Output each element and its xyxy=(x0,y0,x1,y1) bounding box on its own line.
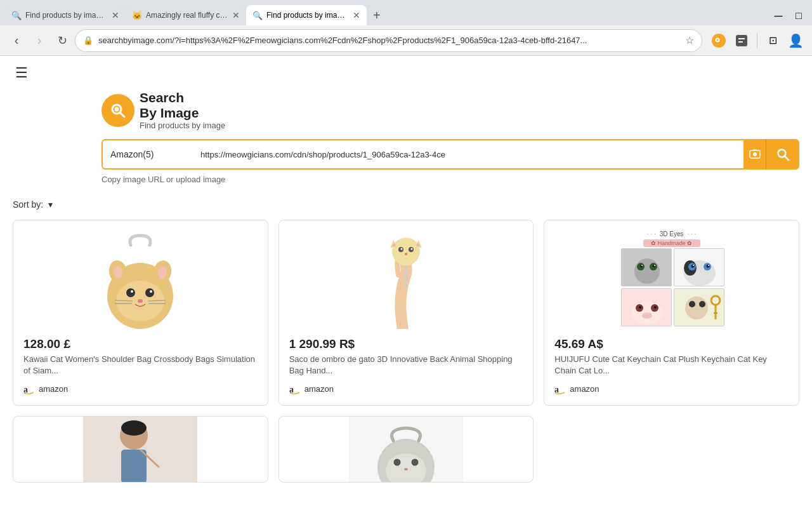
minimize-button[interactable]: ─ xyxy=(769,6,788,25)
reload-button[interactable]: ↻ xyxy=(52,30,72,51)
sort-section: Sort by: ▾ xyxy=(0,199,812,210)
product-card-2[interactable]: 1 290.99 R$ Saco de ombro de gato 3D Inn… xyxy=(278,220,534,405)
logo-area: SearchBy Image Find products by image xyxy=(102,90,799,130)
svg-point-61 xyxy=(642,312,652,319)
product-card-5[interactable] xyxy=(278,416,534,483)
hamburger-menu-button[interactable]: ☰ xyxy=(13,64,30,83)
address-text: searchbyimage.com/?i=https%3A%2F%2Fmeowg… xyxy=(98,36,680,45)
svg-point-2 xyxy=(717,39,719,41)
nav-bar: ‹ › ↻ 🔒 searchbyimage.com/?i=https%3A%2F… xyxy=(0,25,812,56)
svg-point-23 xyxy=(150,290,152,293)
svg-point-68 xyxy=(689,301,695,307)
profile-button[interactable]: 👤 xyxy=(785,30,806,51)
back-button[interactable]: ‹ xyxy=(6,30,27,51)
svg-text:a: a xyxy=(23,385,28,394)
svg-rect-5 xyxy=(738,41,743,43)
nav-right-icons: ⊡ 👤 xyxy=(709,30,806,51)
product-2-store: a amazon xyxy=(289,384,523,395)
logo-text: SearchBy Image Find products by image xyxy=(140,90,225,130)
search-bar: Amazon(5) Google Bing eBay AliExpress xyxy=(102,139,799,170)
platform-select[interactable]: Amazon(5) Google Bing eBay AliExpress xyxy=(102,139,195,170)
svg-point-49 xyxy=(654,265,655,266)
svg-point-48 xyxy=(641,265,643,266)
product-3-image: · · · 3D Eyes · · · ✿ Handmade ✿ xyxy=(554,231,789,332)
tab-1[interactable]: 🔍 Find products by image - searc ✕ xyxy=(5,5,126,25)
tab-3-close[interactable]: ✕ xyxy=(353,10,360,20)
tab-2-title: Amazingly real fluffy cat handb xyxy=(146,11,228,20)
svg-point-43 xyxy=(634,258,660,284)
search-button[interactable] xyxy=(766,139,799,170)
product-1-store: a amazon xyxy=(23,384,258,395)
amazon-logo-icon: a xyxy=(23,384,35,395)
amazon-logo-icon-3: a xyxy=(554,384,566,395)
svg-point-34 xyxy=(400,248,402,250)
product-3-store-name: amazon xyxy=(570,384,599,394)
tab-bar: 🔍 Find products by image - searc ✕ 🐱 Ama… xyxy=(0,0,812,25)
svg-rect-11 xyxy=(753,149,757,151)
product-grid: 128.00 £ Kawaii Cat Women's Shoulder Bag… xyxy=(0,220,812,405)
search-hint: Copy image URL or upload image xyxy=(102,175,799,184)
svg-point-35 xyxy=(410,248,412,250)
svg-point-76 xyxy=(121,420,147,436)
svg-rect-4 xyxy=(738,38,745,39)
tab-1-favicon: 🔍 xyxy=(11,11,22,20)
lock-icon: 🔒 xyxy=(83,36,93,45)
page-header: ☰ xyxy=(0,56,812,90)
page-content: ☰ SearchBy Image Find products by image xyxy=(0,56,812,508)
tab-1-close[interactable]: ✕ xyxy=(112,10,119,20)
tab-3[interactable]: 🔍 Find products by image - searc ✕ xyxy=(246,5,367,25)
product-2-image xyxy=(289,231,523,332)
extension-icon-2[interactable] xyxy=(731,30,752,51)
new-tab-button[interactable]: + xyxy=(367,5,387,25)
logo-icon xyxy=(102,94,134,127)
sort-dropdown-button[interactable]: ▾ xyxy=(46,199,53,210)
product-card-6-empty xyxy=(544,416,799,483)
extension-icon-1[interactable] xyxy=(709,30,729,51)
sort-label: Sort by: xyxy=(13,199,43,210)
svg-point-21 xyxy=(145,288,154,297)
url-input[interactable] xyxy=(195,139,743,170)
svg-point-58 xyxy=(708,265,709,266)
address-bar[interactable]: 🔒 searchbyimage.com/?i=https%3A%2F%2Fmeo… xyxy=(75,29,702,52)
svg-point-22 xyxy=(131,290,133,293)
tab-2-close[interactable]: ✕ xyxy=(232,10,240,20)
svg-point-55 xyxy=(691,265,694,268)
svg-point-82 xyxy=(393,458,400,465)
window-controls: ─ □ xyxy=(769,6,812,25)
tab-2-favicon: 🐱 xyxy=(132,11,142,20)
product-1-title: Kawaii Cat Women's Shoulder Bag Crossbod… xyxy=(23,354,258,377)
split-screen-button[interactable]: ⊡ xyxy=(763,30,783,51)
tab-3-title: Find products by image - searc xyxy=(266,11,349,20)
sort-chevron-icon: ▾ xyxy=(48,199,53,210)
bookmark-star-icon[interactable]: ☆ xyxy=(685,34,694,46)
url-image-button[interactable] xyxy=(743,139,766,170)
svg-point-67 xyxy=(685,297,708,319)
svg-point-84 xyxy=(404,468,408,471)
product-3-title: HUIJUFU Cute Cat Keychain Cat Plush Keyc… xyxy=(554,354,789,377)
svg-point-20 xyxy=(126,288,135,297)
svg-point-65 xyxy=(654,306,657,309)
svg-text:a: a xyxy=(554,385,559,394)
product-2-price: 1 290.99 R$ xyxy=(289,337,523,351)
svg-point-36 xyxy=(404,253,407,255)
svg-point-57 xyxy=(693,265,694,266)
svg-point-31 xyxy=(392,237,420,265)
product-card-1[interactable]: 128.00 £ Kawaii Cat Women's Shoulder Bag… xyxy=(13,220,268,405)
forward-button[interactable]: › xyxy=(29,30,49,51)
product-3-store: a amazon xyxy=(554,384,789,395)
maximize-button[interactable]: □ xyxy=(789,6,808,25)
product-grid-bottom xyxy=(0,416,812,483)
product-card-3[interactable]: · · · 3D Eyes · · · ✿ Handmade ✿ xyxy=(544,220,799,405)
svg-point-56 xyxy=(706,265,709,268)
tab-2[interactable]: 🐱 Amazingly real fluffy cat handb ✕ xyxy=(126,5,246,25)
product-1-price: 128.00 £ xyxy=(23,337,258,351)
browser-window: 🔍 Find products by image - searc ✕ 🐱 Ama… xyxy=(0,0,812,56)
product-3-price: 45.69 A$ xyxy=(554,337,789,351)
nav-divider xyxy=(757,33,757,48)
search-icon xyxy=(776,147,790,161)
product-card-4[interactable] xyxy=(13,416,268,483)
svg-point-24 xyxy=(138,299,143,303)
product-1-image xyxy=(23,231,258,332)
svg-point-10 xyxy=(753,152,757,156)
amazon-logo-icon-2: a xyxy=(289,384,301,395)
